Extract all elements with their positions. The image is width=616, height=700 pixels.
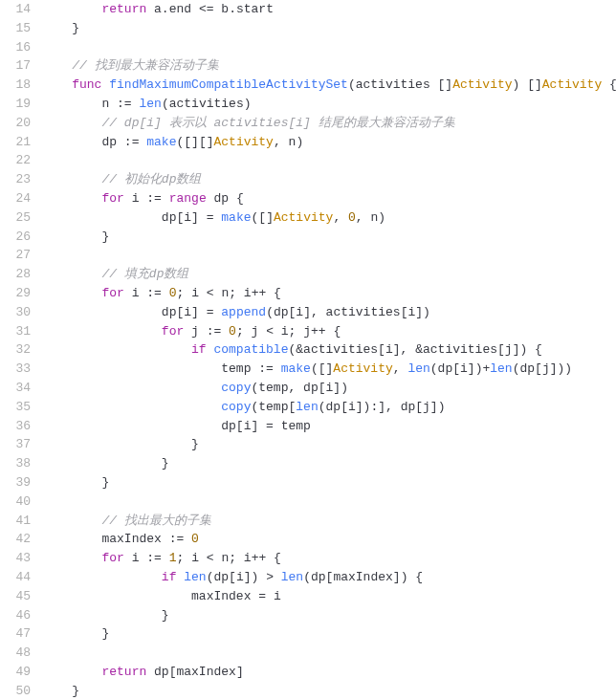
- token-id: b: [221, 2, 229, 16]
- line-number: 27: [0, 246, 42, 265]
- token-sp: [266, 286, 274, 300]
- code-content: dp := make([][]Activity, n): [42, 133, 616, 152]
- token-sp: [274, 324, 281, 339]
- token-kw: return: [101, 665, 146, 679]
- token-sp: [430, 77, 438, 92]
- code-line: 47 }: [0, 624, 616, 644]
- token-punc: }: [101, 475, 109, 490]
- token-punc: [][]: [184, 135, 213, 149]
- token-id: dp: [221, 419, 236, 433]
- token-fn: findMaximumCompatibleActivitySet: [109, 77, 348, 92]
- token-sp: [191, 2, 199, 16]
- token-sp: [236, 551, 244, 565]
- code-line: 40: [0, 492, 616, 512]
- token-op: =: [207, 305, 214, 319]
- token-sp: [602, 77, 609, 92]
- code-content: maxIndex := 0: [42, 530, 616, 549]
- line-number: 17: [0, 56, 42, 76]
- token-id: temp: [281, 419, 311, 433]
- indent: [42, 286, 101, 300]
- indent: [42, 532, 101, 546]
- token-punc: [: [341, 400, 348, 414]
- code-content: [42, 151, 616, 170]
- code-content: for i := range dp {: [42, 189, 616, 208]
- token-num: 0: [229, 324, 236, 339]
- token-sp: [258, 419, 266, 433]
- code-content: }: [42, 624, 616, 644]
- code-content: dp[i] = make([]Activity, 0, n): [42, 208, 616, 228]
- token-kw: range: [169, 191, 207, 206]
- token-op: :=: [146, 191, 162, 206]
- token-id: i: [296, 305, 303, 319]
- code-content: n := len(activities): [42, 95, 616, 114]
- token-punc: }: [162, 608, 169, 623]
- token-punc: ]: [236, 665, 244, 679]
- token-sp: [124, 551, 132, 565]
- token-kw: for: [101, 191, 123, 206]
- line-number: 35: [0, 398, 42, 417]
- token-punc: }: [191, 437, 199, 451]
- code-line: 21 dp := make([][]Activity, n): [0, 133, 616, 152]
- code-line: 49 return dp[maxIndex]: [0, 663, 616, 682]
- token-punc: ]: [303, 305, 311, 319]
- token-num: 0: [348, 210, 356, 225]
- line-number: 44: [0, 568, 42, 587]
- indent: [42, 135, 101, 149]
- token-punc: }: [101, 626, 109, 641]
- token-id: activities: [169, 97, 244, 111]
- code-line: 43 for i := 1; i < n; i++ {: [0, 549, 616, 568]
- line-number: 36: [0, 417, 42, 436]
- token-punc: ,: [311, 305, 319, 319]
- code-content: maxIndex = i: [42, 587, 616, 606]
- token-punc: []: [319, 361, 334, 376]
- indent: [42, 419, 221, 433]
- line-number: 24: [0, 189, 42, 208]
- line-number: 50: [0, 682, 42, 700]
- token-id: i: [184, 210, 191, 225]
- token-op: :=: [124, 135, 140, 149]
- token-punc: ]: [430, 400, 438, 414]
- line-number: 37: [0, 435, 42, 454]
- code-content: return dp[maxIndex]: [42, 663, 616, 682]
- token-id: i: [348, 400, 356, 414]
- token-sp: [258, 324, 266, 339]
- code-content: func findMaximumCompatibleActivitySet(ac…: [42, 76, 616, 95]
- token-punc: [: [319, 381, 326, 395]
- indent: [42, 305, 162, 319]
- code-line: 25 dp[i] = make([]Activity, 0, n): [0, 208, 616, 228]
- indent: [42, 342, 191, 357]
- code-line: 41 // 找出最大的子集: [0, 512, 616, 531]
- token-punc: [: [378, 342, 385, 357]
- token-cmt: // 找出最大的子集: [101, 514, 210, 528]
- line-number: 19: [0, 95, 42, 114]
- token-cmt: // 填充dp数组: [101, 267, 188, 281]
- token-punc: [: [535, 361, 542, 376]
- token-sp: [184, 551, 191, 565]
- token-punc: [: [497, 342, 505, 357]
- line-number: 45: [0, 587, 42, 606]
- token-id: i: [281, 324, 289, 339]
- code-line: 16: [0, 38, 616, 57]
- code-content: dp[i] = temp: [42, 417, 616, 436]
- token-num: 0: [169, 286, 177, 300]
- token-id: dp: [162, 305, 177, 319]
- token-builtin: append: [221, 305, 266, 319]
- line-number: 31: [0, 322, 42, 341]
- token-punc: ]: [468, 361, 475, 376]
- token-id: activities: [326, 305, 401, 319]
- token-punc: {: [274, 551, 281, 565]
- token-builtin: copy: [221, 381, 251, 395]
- token-kw: for: [101, 551, 123, 565]
- token-num: 1: [169, 551, 177, 565]
- token-id: dp: [438, 361, 453, 376]
- line-number: 38: [0, 454, 42, 473]
- token-kw: for: [162, 324, 184, 339]
- code-editor: 14 return a.end <= b.start15 }1617 // 找到…: [0, 0, 616, 700]
- token-builtin: copy: [221, 400, 251, 414]
- code-line: 28 // 填充dp数组: [0, 265, 616, 284]
- indent: [42, 570, 162, 584]
- code-line: 45 maxIndex = i: [0, 587, 616, 606]
- line-number: 14: [0, 0, 42, 19]
- token-punc: ;: [229, 286, 236, 300]
- token-kw: func: [72, 77, 101, 92]
